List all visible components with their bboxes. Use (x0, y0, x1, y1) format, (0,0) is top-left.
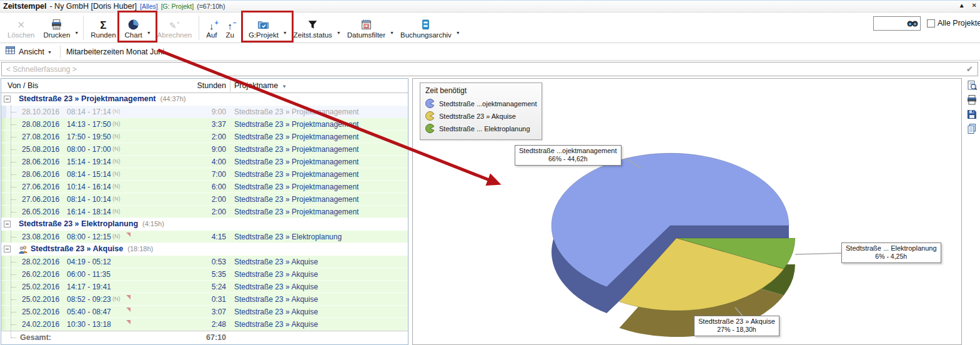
total-row: Gesamt: 67:10 (1, 331, 408, 344)
cell-stunden: 9:00 (176, 145, 226, 154)
table-row[interactable]: 25.02.201608:52 - 09:23(N)0:31Stedtstraß… (1, 293, 408, 306)
table-row[interactable]: 27.08.201617:50 - 19:50(N)2:00Stedtstraß… (1, 131, 408, 143)
cell-project: Stedtstraße 23 » Projektmanagement (234, 208, 359, 216)
toolbar-button-datumsfilter[interactable]: 12Datumsfilter (343, 13, 390, 42)
toolbar-button-buchungsarchiv[interactable]: Buchungsarchiv (396, 13, 456, 42)
slice-label-akquise: Stedtstraße 23 » Akquise 27% - 18,30h (694, 316, 780, 336)
collapse-icon[interactable] (4, 221, 11, 228)
dropdown-caret-buchungsarchiv[interactable]: ▼ (456, 21, 462, 35)
cell-time: 08:00 - 17:00 (67, 145, 111, 154)
chevron-down-icon[interactable]: ▼ (47, 50, 52, 54)
toolbar-button-label: Runden (91, 31, 116, 39)
row-strip (1, 206, 6, 218)
table-row[interactable]: 28.06.201615:14 - 19:14(N)4:00Stedtstraß… (1, 156, 408, 168)
app-title: Zeitstempel (3, 2, 46, 11)
column-projektname[interactable]: Projektname▼ (234, 81, 287, 90)
column-von-bis[interactable]: Von / Bis (7, 81, 38, 90)
cell-date: 28.02.2016 (22, 258, 59, 266)
legend-item[interactable]: Stedtstraße ...ojektmanagement (425, 98, 537, 110)
table-row[interactable]: 28.06.201608:14 - 15:14(N)7:00Stedtstraß… (1, 168, 408, 181)
table-row[interactable]: 28.10.201608:14 - 17:14(N)9:00Stedtstraß… (1, 106, 408, 118)
normal-time-flag: (N) (112, 146, 121, 152)
cell-date: 27.08.2016 (22, 132, 59, 141)
column-stunden[interactable]: Stunden (176, 81, 226, 90)
legend-title: Zeit benötigt (425, 86, 537, 95)
collapse-icon[interactable] (4, 96, 11, 102)
all-projects-checkbox[interactable] (927, 19, 935, 28)
legend-item[interactable]: Stedtstraße ... Elektroplanung (425, 122, 537, 135)
quick-entry-row[interactable]: < Schnellerfassung > ✔ (1, 62, 978, 76)
normal-time-flag: (N) (112, 208, 121, 214)
cell-stunden: 4:15 (176, 232, 226, 241)
group-row[interactable]: Stedtstraße 23 » Akquise(18:18h) (1, 243, 408, 256)
print-preview-icon[interactable] (966, 80, 978, 91)
cell-stunden: 2:00 (176, 132, 226, 141)
printer-small-icon[interactable] (966, 94, 978, 106)
row-strip (1, 131, 6, 142)
cell-date: 25.08.2016 (22, 145, 59, 154)
cell-date: 27.06.2016 (22, 182, 59, 191)
group-name: Stedtstraße 23 » Projektmanagement(44:37… (19, 94, 186, 103)
toolbar-button-auf[interactable]: ↓+Auf (202, 13, 221, 42)
table-row[interactable]: 25.02.201614:17 - 19:415:24Stedtstraße 2… (1, 281, 408, 293)
archive-icon (420, 18, 432, 31)
group-row[interactable]: Stedtstraße 23 » Projektmanagement(44:37… (1, 93, 408, 106)
table-row[interactable]: 25.02.201605:40 - 08:473:07Stedtstraße 2… (1, 306, 408, 318)
pie-slice-icon (425, 99, 435, 109)
dropdown-caret-datumsfilter[interactable]: ▼ (390, 21, 396, 35)
cell-project: Stedtstraße 23 » Projektmanagement (234, 158, 359, 166)
toolbar-separator (83, 16, 84, 40)
cell-project: Stedtstraße 23 » Projektmanagement (234, 120, 359, 129)
svg-text:12: 12 (364, 24, 368, 28)
cell-project: Stedtstraße 23 » Projektmanagement (234, 108, 359, 116)
table-row[interactable]: 28.08.201614:13 - 17:50(N)3:37Stedtstraß… (1, 118, 408, 131)
table-row[interactable]: 25.08.201608:00 - 17:00(N)9:00Stedtstraß… (1, 143, 408, 156)
legend-item[interactable]: Stedtstraße 23 » Akquise (425, 110, 537, 122)
cell-time: 08:14 - 10:14 (67, 195, 111, 204)
tree-twig (11, 112, 16, 112)
minimize-button[interactable]: ▲ (959, 2, 965, 9)
cell-time: 04:19 - 05:12 (67, 258, 111, 266)
row-strip (1, 293, 6, 305)
cell-date: 27.06.2016 (22, 195, 59, 204)
confirm-checkmark-icon[interactable]: ✔ (966, 64, 973, 74)
search-input[interactable] (873, 16, 921, 31)
dropdown-caret-zeitststatus[interactable]: ▼ (337, 21, 343, 35)
normal-time-flag: (N) (112, 196, 121, 202)
funnel-icon (307, 18, 319, 31)
toolbar-button-drucken[interactable]: Drucken (39, 13, 74, 42)
side-toolbar (966, 80, 978, 134)
table-row[interactable]: 23.08.201608:00 - 12:15(N)4:15Stedtstraß… (1, 231, 408, 243)
cell-project: Stedtstraße 23 » Projektmanagement (234, 195, 359, 204)
collapse-icon[interactable] (4, 246, 11, 252)
save-icon[interactable] (966, 109, 978, 120)
table-row[interactable]: 27.06.201608:14 - 10:14(N)2:00Stedtstraß… (1, 193, 408, 206)
toolbar-button-zu[interactable]: ↑−Zu (222, 13, 239, 42)
tree-twig (11, 162, 16, 162)
toolbar-button-runden[interactable]: ΣRunden (86, 13, 120, 42)
close-button[interactable]: ✕ (972, 2, 977, 9)
ansicht-button[interactable]: Ansicht (19, 48, 44, 56)
pie-slice-icon (425, 124, 435, 134)
dropdown-caret-drucken[interactable]: ▼ (74, 21, 81, 35)
filter-badge-all: [Alles] (140, 2, 158, 10)
cell-time: 05:40 - 08:47 (67, 308, 111, 316)
table-row[interactable]: 26.05.201616:14 - 18:14(N)2:00Stedtstraß… (1, 206, 408, 218)
toolbar-button-zeitststatus[interactable]: Zeitst.status (289, 13, 337, 42)
sort-descending-icon[interactable]: ▼ (282, 84, 287, 89)
tree-twig (11, 149, 16, 150)
tree-twig (11, 124, 16, 125)
tree-twig (11, 174, 16, 175)
row-strip (1, 231, 6, 242)
table-row[interactable]: 27.06.201610:14 - 16:14(N)6:00Stedtstraß… (1, 181, 408, 193)
group-hours: (44:37h) (161, 95, 186, 102)
copy-icon[interactable] (966, 123, 978, 134)
toolbar-button-label: Zu (226, 31, 234, 39)
table-row[interactable]: 24.02.201610:30 - 13:182:48Stedtstraße 2… (1, 318, 408, 331)
cell-time: 16:14 - 18:14 (67, 208, 111, 216)
table-row[interactable]: 26.02.201606:00 - 11:355:35Stedtstraße 2… (1, 268, 408, 281)
table-row[interactable]: 28.02.201604:19 - 05:120:53Stedtstraße 2… (1, 256, 408, 268)
group-row[interactable]: Stedtstraße 23 » Elektroplanung(4:15h) (1, 218, 408, 231)
cell-project: Stedtstraße 23 » Projektmanagement (234, 182, 359, 191)
cell-time: 14:17 - 19:41 (67, 282, 111, 291)
